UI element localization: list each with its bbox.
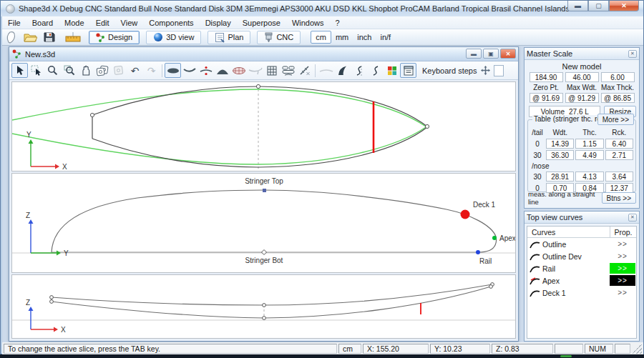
curve-prop-button[interactable]: >> (610, 287, 635, 298)
menu-display[interactable]: Display (200, 17, 237, 29)
menu-help[interactable]: ? (330, 17, 346, 29)
fin-button[interactable] (334, 63, 351, 78)
max-wdt-position-field[interactable]: @ 91.29 (565, 93, 599, 103)
btns-button[interactable]: Btns >> (602, 192, 636, 204)
rck-cell[interactable]: 3.64 (605, 171, 633, 182)
control-point[interactable] (90, 113, 94, 116)
menu-windows[interactable]: Windows (286, 17, 330, 29)
menu-file[interactable]: File (2, 17, 26, 29)
color-settings-button[interactable] (384, 63, 400, 78)
design-mode-button[interactable]: Design (89, 31, 140, 44)
unit-inch[interactable]: inch (353, 31, 376, 43)
curve-row-outline-dev[interactable]: Outline Dev >> (527, 250, 636, 262)
length-field[interactable]: 184.90 (530, 72, 563, 82)
curve-prop-button[interactable]: >> (610, 275, 635, 286)
dimensions-button[interactable] (64, 30, 82, 44)
deck-view-button[interactable] (214, 63, 230, 78)
wdt-cell[interactable]: 36.30 (546, 150, 574, 160)
grid-button[interactable] (263, 63, 280, 78)
slice-list-button[interactable] (280, 63, 296, 78)
slice-view-panel[interactable]: Stringer Top Deck 1 Apex Stringer Bot Ra… (11, 173, 516, 273)
control-point[interactable] (263, 304, 266, 307)
spline-dashed-button[interactable] (351, 63, 367, 78)
menu-board[interactable]: Board (26, 17, 59, 29)
rocker-view-panel[interactable]: Z X (11, 274, 516, 339)
keyboard-steps-input[interactable] (494, 65, 504, 76)
control-point[interactable] (256, 84, 260, 88)
control-point[interactable] (489, 285, 493, 289)
wdt-cell[interactable]: 14.39 (546, 139, 574, 149)
curves-panel-close-button[interactable]: ✕ (628, 214, 637, 222)
multi-select-tool-button[interactable] (28, 63, 44, 78)
outline-view-button[interactable] (165, 63, 181, 78)
3d-view-mode-button[interactable]: 3D view (146, 31, 201, 44)
cnc-mode-button[interactable]: CNC (257, 31, 301, 44)
rocker-view-button[interactable] (181, 63, 197, 78)
rck-cell[interactable]: 6.40 (605, 139, 633, 149)
save-file-button[interactable] (39, 30, 58, 44)
stringer-bot-point[interactable] (262, 250, 267, 255)
thc-cell[interactable]: 1.15 (575, 139, 603, 149)
max-thck-position-field[interactable]: @ 86.85 (601, 93, 635, 103)
measure-button[interactable] (296, 63, 313, 78)
pan-tool-button[interactable] (77, 63, 94, 78)
undo-button[interactable]: ↶ (127, 63, 143, 78)
open-file-button[interactable] (21, 30, 39, 44)
width-field[interactable]: 46.00 (565, 72, 599, 82)
plan-mode-button[interactable]: Plan (208, 31, 250, 44)
zero-pt-position-field[interactable]: @ 91.69 (530, 93, 563, 103)
curve-prop-button[interactable]: >> (610, 263, 635, 274)
thickness-field[interactable]: 6.00 (601, 72, 635, 82)
master-scale-title-bar[interactable]: Master Scale ✕ (525, 48, 639, 60)
curve-row-apex[interactable]: Apex >> (527, 274, 636, 287)
wdt-cell[interactable]: 28.91 (546, 171, 574, 182)
control-point[interactable] (263, 317, 266, 320)
apex-point[interactable] (492, 236, 497, 240)
close-button[interactable]: ✕ (609, 1, 639, 11)
zoom-tool-button[interactable] (44, 63, 61, 78)
minimize-button[interactable]: ▬ (567, 1, 588, 11)
doc-restore-button[interactable]: ▣ (483, 49, 499, 59)
top-view-panel[interactable]: Y X (11, 81, 516, 171)
guideline-button[interactable] (318, 63, 334, 78)
spline-button[interactable] (367, 63, 384, 78)
curves-panel-title-bar[interactable]: Top view curves ✕ (525, 212, 639, 224)
thc-cell[interactable]: 4.49 (575, 150, 603, 160)
rck-cell[interactable]: 2.71 (605, 150, 633, 160)
menu-mode[interactable]: Mode (59, 17, 90, 29)
unit-cm[interactable]: cm (311, 31, 331, 44)
thickness-view-button[interactable] (197, 63, 214, 78)
master-scale-close-button[interactable]: ✕ (628, 50, 637, 58)
unit-mm[interactable]: mm (331, 31, 353, 43)
curve-row-outline[interactable]: Outline >> (527, 238, 636, 250)
rail-point[interactable] (476, 250, 480, 254)
prop-column-header[interactable]: Prop. (610, 228, 636, 237)
control-point[interactable] (425, 124, 429, 128)
resize-grip[interactable] (632, 344, 642, 354)
deck-point[interactable] (461, 210, 470, 219)
menu-components[interactable]: Components (143, 17, 199, 29)
curve-row-rail[interactable]: Rail >> (527, 262, 636, 274)
panels-toggle-button[interactable] (400, 63, 416, 78)
doc-close-button[interactable]: ✕ (500, 49, 516, 59)
control-point[interactable] (50, 300, 54, 304)
menu-edit[interactable]: Edit (90, 17, 115, 29)
model-name[interactable]: New model (525, 62, 639, 71)
more-button[interactable]: More >> (597, 114, 634, 125)
zoom-window-tool-button[interactable] (61, 63, 77, 78)
control-point[interactable] (50, 296, 54, 299)
curve-prop-button[interactable]: >> (610, 239, 635, 249)
slices-view-button[interactable] (230, 63, 247, 78)
select-tool-button[interactable] (11, 63, 28, 78)
menu-superpose[interactable]: Superpose (237, 17, 286, 29)
paste-slice-button[interactable] (110, 63, 127, 78)
curves-column-header[interactable]: Curves (527, 227, 610, 237)
redo-button[interactable]: ↷ (143, 63, 160, 78)
copy-slice-button[interactable] (94, 63, 110, 78)
unit-inf[interactable]: in/f (376, 31, 395, 43)
new-board-button[interactable] (2, 30, 21, 44)
curve-prop-button[interactable]: >> (610, 251, 635, 262)
maximize-button[interactable]: ▢ (588, 1, 609, 11)
doc-minimize-button[interactable]: ▬ (466, 49, 482, 59)
thc-cell[interactable]: 4.13 (575, 171, 603, 182)
